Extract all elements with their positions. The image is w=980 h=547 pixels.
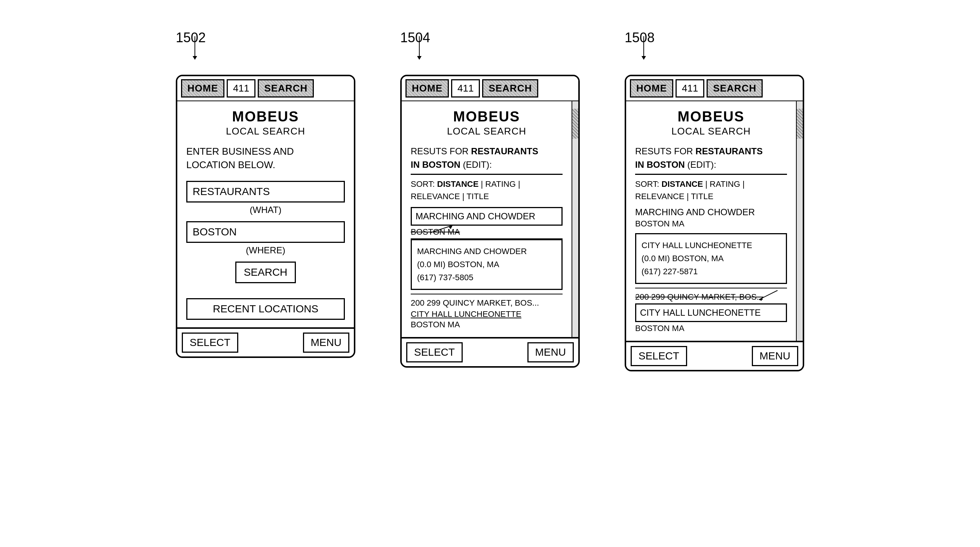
- phone-frame-1502: HOME 411 SEARCH MOBEUS LOCAL SEARCH ENTE…: [176, 75, 355, 358]
- select-btn-1502[interactable]: SELECT: [182, 333, 238, 353]
- divider-1508: [635, 288, 787, 289]
- bottom-bar-1504: SELECT MENU: [402, 337, 578, 366]
- city-text-1504: BOSTON MA: [411, 320, 563, 330]
- detail-name-1508: CITY HALL LUNCHEONETTE: [641, 239, 781, 252]
- 411-button-1504[interactable]: 411: [451, 79, 480, 98]
- svg-line-0: [430, 225, 453, 233]
- detail-box-1508[interactable]: CITY HALL LUNCHEONETTE (0.0 MI) BOSTON, …: [635, 233, 787, 284]
- address-1504: 200 299 QUINCY MARKET, BOS...: [411, 298, 563, 308]
- what-field-1502[interactable]: RESTAURANTS: [186, 181, 345, 203]
- arrow-1502: [194, 36, 195, 57]
- home-button-1504[interactable]: HOME: [406, 79, 449, 98]
- detail-distance-1508: (0.0 MI) BOSTON, MA: [641, 252, 781, 265]
- recent-btn-1502[interactable]: RECENT LOCATIONS: [186, 298, 345, 320]
- divider-1504: [411, 294, 563, 295]
- results-header-1504: RESUTS FOR RESTAURANTSIN BOSTON (EDIT):: [411, 144, 563, 175]
- arrow-svg-1508: [757, 290, 780, 301]
- sort-bold-1504: DISTANCE: [437, 179, 479, 189]
- detail-distance-1504: (0.0 MI) BOSTON, MA: [417, 258, 556, 271]
- where-field-1502[interactable]: BOSTON: [186, 221, 345, 243]
- top-bar-1502: HOME 411 SEARCH: [177, 76, 354, 101]
- phone-frame-1508: HOME 411 SEARCH MOBEUS LOCAL SEARCH RESU…: [625, 75, 804, 371]
- scrollbar-thumb-1504: [572, 109, 578, 139]
- diagram-container: 1502 HOME 411 SEARCH MOBEUS LOCAL SEARCH…: [0, 0, 980, 394]
- results-bold-where-1508: BOSTON: [647, 160, 685, 170]
- home-button-1508[interactable]: HOME: [630, 79, 673, 98]
- arrow-1504: [419, 36, 420, 57]
- arrow-svg-1504: [430, 224, 460, 235]
- select-btn-1508[interactable]: SELECT: [631, 346, 687, 366]
- first-result-1508: MARCHING AND CHOWDER: [635, 207, 787, 217]
- app-subtitle-1504: LOCAL SEARCH: [411, 125, 563, 137]
- label-row-1508: 1508: [625, 30, 804, 46]
- scrollbar-1508[interactable]: [796, 101, 803, 341]
- search-button-1502[interactable]: SEARCH: [258, 79, 314, 98]
- menu-btn-1504[interactable]: MENU: [527, 342, 574, 362]
- link-text-1504[interactable]: CITY HALL LUNCHEONETTE: [411, 309, 563, 319]
- phone-1508: 1508 HOME 411 SEARCH MOBEUS LOCAL SEARCH…: [625, 30, 804, 371]
- first-result-1504[interactable]: MARCHING AND CHOWDER: [411, 207, 563, 226]
- sort-line-1504: SORT: DISTANCE | RATING |RELEVANCE | TIT…: [411, 178, 563, 203]
- arrow-1508: [643, 36, 644, 57]
- svg-marker-3: [759, 297, 763, 301]
- detail-phone-1508: (617) 227-5871: [641, 265, 781, 278]
- top-bar-1508: HOME 411 SEARCH: [626, 76, 803, 101]
- phone-1502: 1502 HOME 411 SEARCH MOBEUS LOCAL SEARCH…: [176, 30, 355, 358]
- scrollbar-thumb-1508: [797, 109, 803, 139]
- diagram-label-1508: 1508: [625, 30, 655, 46]
- link-text-1508[interactable]: CITY HALL LUNCHEONETTE: [635, 303, 787, 322]
- what-label-1502: (WHAT): [186, 205, 345, 215]
- app-title-1502: MOBEUS: [186, 109, 345, 125]
- results-bold-what-1508: RESTAURANTSIN BOSTON: [635, 146, 763, 170]
- where-label-1502: (WHERE): [186, 245, 345, 255]
- detail-box-1504[interactable]: MARCHING AND CHOWDER (0.0 MI) BOSTON, MA…: [411, 239, 563, 290]
- 411-button-1502[interactable]: 411: [227, 79, 256, 98]
- label-row-1504: 1504: [400, 30, 580, 46]
- label-row-1502: 1502: [176, 30, 355, 46]
- search-button-1508[interactable]: SEARCH: [706, 79, 763, 98]
- select-btn-1504[interactable]: SELECT: [406, 342, 463, 362]
- first-result-sub-1504: BOSTON MA: [411, 226, 563, 239]
- city-text-1508: BOSTON MA: [635, 323, 787, 333]
- diagram-label-1502: 1502: [176, 30, 206, 46]
- search-button-1504[interactable]: SEARCH: [482, 79, 538, 98]
- first-result-city-1508: BOSTON MA: [635, 219, 787, 229]
- app-subtitle-1508: LOCAL SEARCH: [635, 125, 787, 137]
- phone-content-1502: MOBEUS LOCAL SEARCH ENTER BUSINESS AND L…: [177, 101, 354, 327]
- top-bar-1504: HOME 411 SEARCH: [402, 76, 578, 101]
- app-title-1508: MOBEUS: [635, 109, 787, 125]
- phone-1504: 1504 HOME 411 SEARCH MOBEUS LOCAL SEARCH…: [400, 30, 580, 368]
- phone-content-row-1508: MOBEUS LOCAL SEARCH RESUTS FOR RESTAURAN…: [626, 101, 803, 341]
- menu-btn-1508[interactable]: MENU: [752, 346, 798, 366]
- home-button-1502[interactable]: HOME: [181, 79, 224, 98]
- phone-content-row-1504: MOBEUS LOCAL SEARCH RESUTS FOR RESTAURAN…: [402, 101, 578, 337]
- menu-btn-1502[interactable]: MENU: [303, 333, 349, 353]
- results-bold-what-1504: RESTAURANTSIN BOSTON: [411, 146, 538, 170]
- results-header-1508: RESUTS FOR RESTAURANTSIN BOSTON (EDIT):: [635, 144, 787, 175]
- address-row-1508: 200 299 QUINCY MARKET, BOS...: [635, 292, 787, 303]
- phone-content-main-1508: MOBEUS LOCAL SEARCH RESUTS FOR RESTAURAN…: [626, 101, 796, 341]
- sort-bold-1508: DISTANCE: [662, 179, 703, 189]
- phone-content-main-1504: MOBEUS LOCAL SEARCH RESUTS FOR RESTAURAN…: [402, 101, 571, 337]
- app-subtitle-1502: LOCAL SEARCH: [186, 125, 345, 137]
- 411-button-1508[interactable]: 411: [676, 79, 704, 98]
- diagram-label-1504: 1504: [400, 30, 430, 46]
- search-btn-1502[interactable]: SEARCH: [235, 262, 296, 283]
- detail-phone-1504: (617) 737-5805: [417, 271, 556, 284]
- app-title-1504: MOBEUS: [411, 109, 563, 125]
- phone-frame-1504: HOME 411 SEARCH MOBEUS LOCAL SEARCH RESU…: [400, 75, 580, 368]
- bottom-bar-1508: SELECT MENU: [626, 341, 803, 370]
- scrollbar-1504[interactable]: [571, 101, 578, 337]
- sort-line-1508: SORT: DISTANCE | RATING |RELEVANCE | TIT…: [635, 178, 787, 203]
- bottom-bar-1502: SELECT MENU: [177, 327, 354, 357]
- instruction-text-1502: ENTER BUSINESS AND LOCATION BELOW.: [186, 144, 345, 172]
- detail-name-1504: MARCHING AND CHOWDER: [417, 245, 556, 258]
- results-bold-where-1504: BOSTON: [422, 160, 460, 170]
